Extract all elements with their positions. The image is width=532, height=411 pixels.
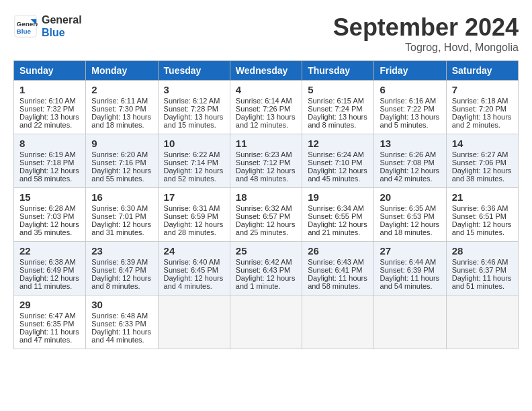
daylight-text: Daylight: 12 hours <box>91 167 152 175</box>
sunset-text: Sunset: 7:08 PM <box>380 158 440 167</box>
sunset-text: Sunset: 7:20 PM <box>452 105 513 113</box>
day-number: 20 <box>380 191 440 203</box>
daylight-text: Daylight: 12 hours <box>236 220 296 228</box>
sunset-text: Sunset: 6:53 PM <box>380 212 440 220</box>
daylight-text: Daylight: 12 hours <box>452 220 513 228</box>
daylight-text-cont: and 48 minutes. <box>236 175 296 183</box>
sunset-text: Sunset: 6:41 PM <box>308 266 368 274</box>
weekday-header-saturday: Saturday <box>446 61 518 81</box>
day-number: 26 <box>308 245 368 257</box>
daylight-text: Daylight: 12 hours <box>308 220 368 228</box>
day-number: 10 <box>164 138 224 149</box>
location-title: Togrog, Hovd, Mongolia <box>333 42 519 54</box>
day-number: 9 <box>91 138 152 149</box>
sunrise-text: Sunrise: 6:18 AM <box>452 97 513 105</box>
calendar-day-cell: 28Sunrise: 6:46 AMSunset: 6:37 PMDayligh… <box>446 242 518 295</box>
daylight-text-cont: and 51 minutes. <box>452 282 513 290</box>
daylight-text-cont: and 5 minutes. <box>380 121 440 129</box>
daylight-text: Daylight: 12 hours <box>91 220 152 228</box>
daylight-text: Daylight: 12 hours <box>19 167 80 175</box>
calendar-day-cell: 3Sunrise: 6:12 AMSunset: 7:28 PMDaylight… <box>158 81 230 134</box>
svg-text:Blue: Blue <box>17 28 32 35</box>
logo-blue: Blue <box>42 26 82 39</box>
daylight-text: Daylight: 11 hours <box>452 274 513 282</box>
day-number: 2 <box>91 84 152 95</box>
daylight-text: Daylight: 12 hours <box>308 167 368 175</box>
sunrise-text: Sunrise: 6:42 AM <box>236 258 296 266</box>
calendar-day-cell: 2Sunrise: 6:11 AMSunset: 7:30 PMDaylight… <box>86 81 158 134</box>
daylight-text-cont: and 45 minutes. <box>308 175 368 183</box>
sunrise-text: Sunrise: 6:10 AM <box>19 97 80 105</box>
daylight-text-cont: and 58 minutes. <box>19 175 80 183</box>
day-number: 4 <box>236 84 296 95</box>
day-number: 22 <box>19 245 80 257</box>
sunrise-text: Sunrise: 6:38 AM <box>19 258 80 266</box>
daylight-text-cont: and 18 minutes. <box>380 228 440 236</box>
sunset-text: Sunset: 7:03 PM <box>19 212 80 220</box>
daylight-text-cont: and 12 minutes. <box>236 121 296 129</box>
calendar-empty-cell <box>230 295 302 349</box>
calendar-day-cell: 23Sunrise: 6:39 AMSunset: 6:47 PMDayligh… <box>86 242 158 295</box>
sunrise-text: Sunrise: 6:12 AM <box>164 97 224 105</box>
daylight-text: Daylight: 11 hours <box>380 274 440 282</box>
sunset-text: Sunset: 7:22 PM <box>380 105 440 113</box>
daylight-text-cont: and 2 minutes. <box>452 121 513 129</box>
day-number: 5 <box>308 84 368 95</box>
daylight-text: Daylight: 13 hours <box>236 113 296 121</box>
calendar-week-row: 15Sunrise: 6:28 AMSunset: 7:03 PMDayligh… <box>14 188 519 242</box>
sunset-text: Sunset: 6:47 PM <box>91 266 152 274</box>
calendar-empty-cell <box>446 295 518 349</box>
sunset-text: Sunset: 7:01 PM <box>91 212 152 220</box>
calendar-empty-cell <box>302 295 374 349</box>
calendar-day-cell: 20Sunrise: 6:35 AMSunset: 6:53 PMDayligh… <box>374 188 446 242</box>
calendar-day-cell: 12Sunrise: 6:24 AMSunset: 7:10 PMDayligh… <box>302 134 374 188</box>
daylight-text-cont: and 38 minutes. <box>452 175 513 183</box>
sunrise-text: Sunrise: 6:34 AM <box>308 204 368 212</box>
daylight-text: Daylight: 13 hours <box>380 113 440 121</box>
sunset-text: Sunset: 6:35 PM <box>19 320 80 328</box>
day-number: 14 <box>452 138 513 149</box>
sunset-text: Sunset: 7:32 PM <box>19 105 80 113</box>
daylight-text-cont: and 21 minutes. <box>308 228 368 236</box>
day-number: 23 <box>91 245 152 257</box>
calendar-day-cell: 11Sunrise: 6:23 AMSunset: 7:12 PMDayligh… <box>230 134 302 188</box>
daylight-text: Daylight: 12 hours <box>164 274 224 282</box>
daylight-text-cont: and 54 minutes. <box>380 282 440 290</box>
calendar-day-cell: 16Sunrise: 6:30 AMSunset: 7:01 PMDayligh… <box>86 188 158 242</box>
calendar-day-cell: 7Sunrise: 6:18 AMSunset: 7:20 PMDaylight… <box>446 81 518 134</box>
daylight-text: Daylight: 12 hours <box>19 220 80 228</box>
sunrise-text: Sunrise: 6:40 AM <box>164 258 224 266</box>
daylight-text-cont: and 58 minutes. <box>308 282 368 290</box>
sunrise-text: Sunrise: 6:47 AM <box>19 312 80 320</box>
calendar-day-cell: 5Sunrise: 6:15 AMSunset: 7:24 PMDaylight… <box>302 81 374 134</box>
daylight-text-cont: and 52 minutes. <box>164 175 224 183</box>
sunrise-text: Sunrise: 6:31 AM <box>164 204 224 212</box>
sunset-text: Sunset: 6:55 PM <box>308 212 368 220</box>
title-block: September 2024 Togrog, Hovd, Mongolia <box>333 13 519 54</box>
day-number: 11 <box>236 138 296 149</box>
sunrise-text: Sunrise: 6:44 AM <box>380 258 440 266</box>
calendar-day-cell: 30Sunrise: 6:48 AMSunset: 6:33 PMDayligh… <box>86 295 158 349</box>
daylight-text-cont: and 8 minutes. <box>308 121 368 129</box>
daylight-text: Daylight: 12 hours <box>91 274 152 282</box>
calendar-table: SundayMondayTuesdayWednesdayThursdayFrid… <box>13 60 519 349</box>
calendar-day-cell: 25Sunrise: 6:42 AMSunset: 6:43 PMDayligh… <box>230 242 302 295</box>
daylight-text-cont: and 47 minutes. <box>19 336 80 344</box>
daylight-text-cont: and 15 minutes. <box>452 228 513 236</box>
calendar-day-cell: 22Sunrise: 6:38 AMSunset: 6:49 PMDayligh… <box>14 242 86 295</box>
daylight-text-cont: and 8 minutes. <box>91 282 152 290</box>
daylight-text-cont: and 44 minutes. <box>91 336 152 344</box>
day-number: 3 <box>164 84 224 95</box>
sunset-text: Sunset: 7:24 PM <box>308 105 368 113</box>
calendar-day-cell: 24Sunrise: 6:40 AMSunset: 6:45 PMDayligh… <box>158 242 230 295</box>
sunset-text: Sunset: 6:33 PM <box>91 320 152 328</box>
calendar-day-cell: 9Sunrise: 6:20 AMSunset: 7:16 PMDaylight… <box>86 134 158 188</box>
sunrise-text: Sunrise: 6:46 AM <box>452 258 513 266</box>
sunset-text: Sunset: 7:12 PM <box>236 158 296 167</box>
daylight-text: Daylight: 13 hours <box>91 113 152 121</box>
logo-general: General <box>42 13 82 26</box>
weekday-header-sunday: Sunday <box>14 61 86 81</box>
sunrise-text: Sunrise: 6:28 AM <box>19 204 80 212</box>
calendar-day-cell: 21Sunrise: 6:36 AMSunset: 6:51 PMDayligh… <box>446 188 518 242</box>
sunset-text: Sunset: 6:49 PM <box>19 266 80 274</box>
